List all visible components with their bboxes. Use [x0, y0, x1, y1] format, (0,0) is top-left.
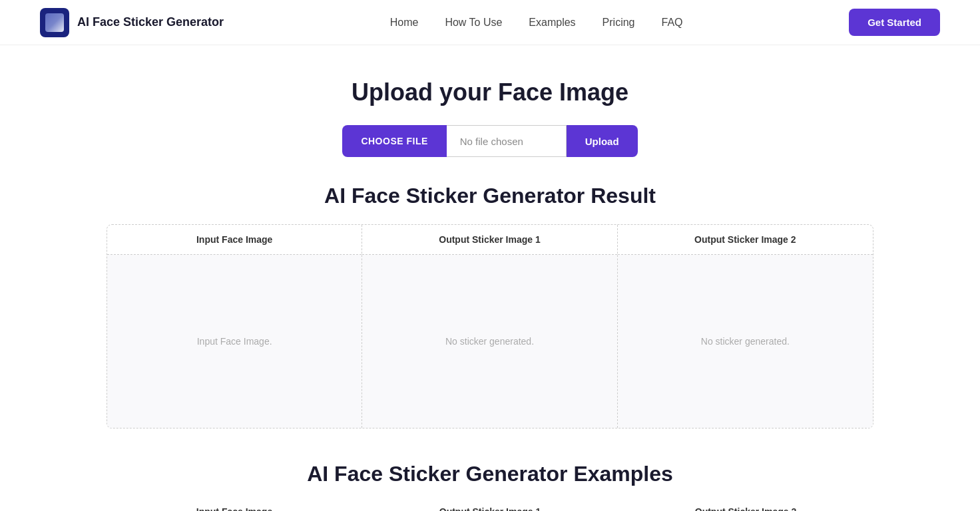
nav-link-home[interactable]: Home	[390, 17, 419, 29]
nav-link-pricing[interactable]: Pricing	[603, 17, 635, 29]
nav-link-faq[interactable]: FAQ	[662, 17, 683, 29]
choose-file-button[interactable]: CHOOSE FILE	[342, 125, 446, 157]
result-column-input-body: Input Face Image.	[107, 255, 362, 428]
upload-section: Upload your Face Image CHOOSE FILE No fi…	[0, 79, 980, 157]
nav-link-examples[interactable]: Examples	[529, 17, 575, 29]
result-section: AI Face Sticker Generator Result Input F…	[0, 184, 980, 428]
brand-name: AI Face Sticker Generator	[77, 15, 224, 29]
result-output2-placeholder: No sticker generated.	[701, 336, 790, 347]
logo-icon	[40, 8, 69, 37]
upload-title: Upload your Face Image	[352, 79, 628, 106]
result-column-input-header: Input Face Image	[107, 225, 362, 255]
result-column-output2-header: Output Sticker Image 2	[618, 225, 873, 255]
examples-output1-column: Output Sticker Image 1	[362, 506, 618, 511]
examples-input-header: Input Face Image	[196, 506, 272, 511]
examples-title: AI Face Sticker Generator Examples	[307, 462, 673, 486]
nav-links: Home How To Use Examples Pricing FAQ	[390, 17, 683, 29]
result-column-output2: Output Sticker Image 2 No sticker genera…	[618, 225, 873, 428]
result-title: AI Face Sticker Generator Result	[324, 184, 656, 208]
examples-section: AI Face Sticker Generator Examples Input…	[0, 462, 980, 511]
examples-output1-header: Output Sticker Image 1	[439, 506, 541, 511]
examples-grid: Input Face Image Output Sticker Image 1 …	[107, 506, 873, 511]
result-column-output1-header: Output Sticker Image 1	[362, 225, 616, 255]
result-column-input: Input Face Image Input Face Image.	[107, 225, 362, 428]
result-column-output1-body: No sticker generated.	[362, 255, 616, 428]
logo-icon-inner	[45, 13, 64, 32]
result-grid: Input Face Image Input Face Image. Outpu…	[107, 224, 873, 428]
navbar: AI Face Sticker Generator Home How To Us…	[0, 0, 980, 45]
main-content: Upload your Face Image CHOOSE FILE No fi…	[0, 45, 980, 511]
result-column-output1: Output Sticker Image 1 No sticker genera…	[362, 225, 617, 428]
upload-controls: CHOOSE FILE No file chosen Upload	[342, 125, 637, 157]
examples-output2-column: Output Sticker Image 2	[618, 506, 873, 511]
file-name-display: No file chosen	[447, 125, 567, 157]
result-column-output2-body: No sticker generated.	[618, 255, 873, 428]
result-input-placeholder: Input Face Image.	[197, 336, 272, 347]
nav-link-how-to-use[interactable]: How To Use	[445, 17, 502, 29]
result-output1-placeholder: No sticker generated.	[445, 336, 534, 347]
get-started-button[interactable]: Get Started	[849, 9, 940, 36]
upload-button[interactable]: Upload	[567, 125, 638, 157]
examples-output2-header: Output Sticker Image 2	[695, 506, 796, 511]
examples-input-column: Input Face Image	[107, 506, 362, 511]
brand-area: AI Face Sticker Generator	[40, 8, 224, 37]
